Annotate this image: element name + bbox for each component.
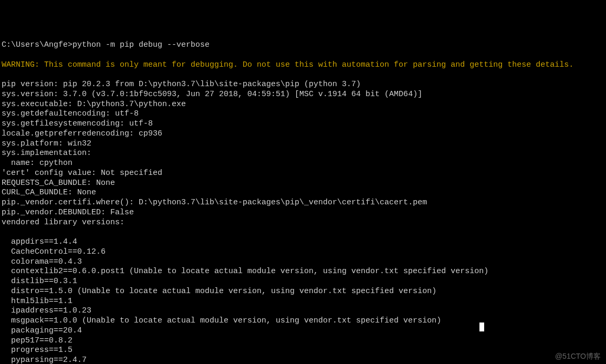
vendored-item: progress==1.5 (2, 346, 604, 356)
output-line: sys.getfilesystemencoding: utf-8 (2, 119, 604, 129)
vendored-item: CacheControl==0.12.6 (2, 247, 604, 257)
vendored-item: colorama==0.4.3 (2, 257, 604, 267)
output-line: sys.getdefaultencoding: utf-8 (2, 109, 604, 119)
output-line: pip._vendor.DEBUNDLED: False (2, 208, 604, 218)
command-line[interactable]: C:\Users\Angfe>python -m pip debug --ver… (2, 40, 604, 50)
vendored-list: appdirs==1.4.4CacheControl==0.12.6colora… (2, 237, 604, 364)
output-line: 'cert' config value: Not specified (2, 169, 604, 179)
warning-message: WARNING: This command is only meant for … (2, 60, 604, 70)
info-output: pip version: pip 20.2.3 from D:\python3.… (2, 80, 604, 227)
vendored-item: pep517==0.8.2 (2, 336, 604, 346)
output-line: sys.implementation: (2, 149, 604, 159)
vendored-item: appdirs==1.4.4 (2, 237, 604, 247)
prompt-text: C:\Users\Angfe> (2, 40, 72, 49)
output-line: name: cpython (2, 159, 604, 169)
vendored-item: distro==1.5.0 (Unable to locate actual m… (2, 287, 604, 297)
output-line: sys.executable: D:\python3.7\python.exe (2, 100, 604, 110)
typed-command: python -m pip debug --verbose (72, 40, 210, 49)
vendored-item: html5lib==1.1 (2, 297, 604, 307)
watermark-text: @51CTO博客 (555, 352, 601, 361)
output-line: sys.version: 3.7.0 (v3.7.0:1bf9cc5093, J… (2, 90, 604, 100)
output-line: sys.platform: win32 (2, 139, 604, 149)
output-line: pip version: pip 20.2.3 from D:\python3.… (2, 80, 604, 90)
output-line: CURL_CA_BUNDLE: None (2, 188, 604, 198)
vendored-item: ipaddress==1.0.23 (2, 306, 604, 316)
vendored-item: contextlib2==0.6.0.post1 (Unable to loca… (2, 267, 604, 277)
vendored-item: distlib==0.3.1 (2, 277, 604, 287)
output-line: locale.getpreferredencoding: cp936 (2, 129, 604, 139)
vendored-item: packaging==20.4 (2, 326, 604, 336)
vendored-item: msgpack==1.0.0 (Unable to locate actual … (2, 316, 604, 326)
vendored-item: pyparsing==2.4.7 (2, 356, 604, 364)
output-line: pip._vendor.certifi.where(): D:\python3.… (2, 198, 604, 208)
output-line: vendored library versions: (2, 218, 604, 228)
terminal-cursor (479, 323, 484, 331)
output-line: REQUESTS_CA_BUNDLE: None (2, 179, 604, 189)
